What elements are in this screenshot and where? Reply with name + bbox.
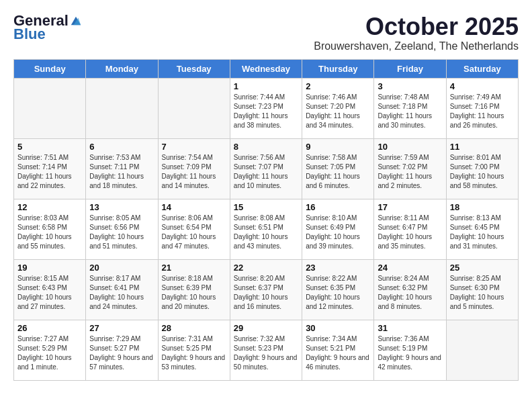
day-number: 29 [234,323,298,333]
day-info: Sunrise: 7:31 AMSunset: 5:25 PMDaylight:… [162,334,226,372]
calendar-cell: 9Sunrise: 7:58 AMSunset: 7:05 PMDaylight… [302,138,374,199]
day-number: 16 [306,202,370,212]
day-info: Sunrise: 8:24 AMSunset: 6:32 PMDaylight:… [378,274,442,312]
day-info: Sunrise: 7:51 AMSunset: 7:14 PMDaylight:… [17,153,82,191]
calendar-cell: 14Sunrise: 8:06 AMSunset: 6:54 PMDayligh… [158,199,230,259]
day-info: Sunrise: 7:27 AMSunset: 5:29 PMDaylight:… [17,334,82,372]
calendar-cell: 20Sunrise: 8:17 AMSunset: 6:41 PMDayligh… [86,259,158,320]
day-number: 15 [234,202,298,212]
calendar-cell: 10Sunrise: 7:59 AMSunset: 7:02 PMDayligh… [374,138,446,199]
day-number: 20 [89,263,154,273]
day-info: Sunrise: 7:56 AMSunset: 7:07 PMDaylight:… [234,153,298,191]
calendar-table: SundayMondayTuesdayWednesdayThursdayFrid… [13,59,519,381]
day-number: 13 [89,202,154,212]
day-info: Sunrise: 8:05 AMSunset: 6:56 PMDaylight:… [89,214,154,251]
calendar-cell: 2Sunrise: 7:46 AMSunset: 7:20 PMDaylight… [302,78,374,138]
day-info: Sunrise: 7:29 AMSunset: 5:27 PMDaylight:… [89,334,154,372]
calendar-cell: 3Sunrise: 7:48 AMSunset: 7:18 PMDaylight… [374,78,446,138]
calendar-cell: 22Sunrise: 8:20 AMSunset: 6:37 PMDayligh… [230,259,302,320]
calendar-cell: 27Sunrise: 7:29 AMSunset: 5:27 PMDayligh… [86,320,158,380]
day-info: Sunrise: 8:18 AMSunset: 6:39 PMDaylight:… [162,274,226,312]
day-number: 5 [17,142,82,152]
calendar-week-3: 12Sunrise: 8:03 AMSunset: 6:58 PMDayligh… [14,199,519,259]
calendar-cell: 17Sunrise: 8:11 AMSunset: 6:47 PMDayligh… [374,199,446,259]
day-info: Sunrise: 7:46 AMSunset: 7:20 PMDaylight:… [306,93,370,130]
day-header-sunday: Sunday [14,59,86,78]
day-number: 14 [162,202,226,212]
calendar-cell: 19Sunrise: 8:15 AMSunset: 6:43 PMDayligh… [14,259,86,320]
day-number: 4 [450,81,515,91]
calendar-cell [158,78,230,138]
calendar-cell: 15Sunrise: 8:08 AMSunset: 6:51 PMDayligh… [230,199,302,259]
day-info: Sunrise: 8:08 AMSunset: 6:51 PMDaylight:… [234,214,298,251]
calendar-cell: 30Sunrise: 7:34 AMSunset: 5:21 PMDayligh… [302,320,374,380]
day-info: Sunrise: 8:20 AMSunset: 6:37 PMDaylight:… [234,274,298,312]
month-title: October 2025 [314,13,519,40]
calendar-cell: 11Sunrise: 8:01 AMSunset: 7:00 PMDayligh… [446,138,518,199]
location-text: Brouwershaven, Zeeland, The Netherlands [314,40,519,52]
day-number: 28 [162,323,226,333]
day-header-thursday: Thursday [302,59,374,78]
calendar-cell: 29Sunrise: 7:32 AMSunset: 5:23 PMDayligh… [230,320,302,380]
day-number: 31 [378,323,442,333]
title-section: October 2025 Brouwershaven, Zeeland, The… [314,13,519,52]
day-number: 12 [17,202,82,212]
calendar-cell: 6Sunrise: 7:53 AMSunset: 7:11 PMDaylight… [86,138,158,199]
calendar-cell: 13Sunrise: 8:05 AMSunset: 6:56 PMDayligh… [86,199,158,259]
day-number: 27 [89,323,154,333]
day-info: Sunrise: 8:10 AMSunset: 6:49 PMDaylight:… [306,214,370,251]
day-info: Sunrise: 8:06 AMSunset: 6:54 PMDaylight:… [162,214,226,251]
calendar-cell [86,78,158,138]
day-info: Sunrise: 8:25 AMSunset: 6:30 PMDaylight:… [450,274,515,312]
calendar-cell [14,78,86,138]
calendar-cell: 5Sunrise: 7:51 AMSunset: 7:14 PMDaylight… [14,138,86,199]
day-number: 30 [306,323,370,333]
day-info: Sunrise: 8:15 AMSunset: 6:43 PMDaylight:… [17,274,82,312]
day-info: Sunrise: 7:36 AMSunset: 5:19 PMDaylight:… [378,334,442,372]
calendar-cell: 25Sunrise: 8:25 AMSunset: 6:30 PMDayligh… [446,259,518,320]
calendar-cell: 26Sunrise: 7:27 AMSunset: 5:29 PMDayligh… [14,320,86,380]
day-info: Sunrise: 8:01 AMSunset: 7:00 PMDaylight:… [450,153,515,191]
day-number: 9 [306,142,370,152]
day-number: 2 [306,81,370,91]
calendar-cell: 7Sunrise: 7:54 AMSunset: 7:09 PMDaylight… [158,138,230,199]
day-info: Sunrise: 7:53 AMSunset: 7:11 PMDaylight:… [89,153,154,191]
day-info: Sunrise: 8:11 AMSunset: 6:47 PMDaylight:… [378,214,442,251]
calendar-cell: 23Sunrise: 8:22 AMSunset: 6:35 PMDayligh… [302,259,374,320]
day-info: Sunrise: 7:59 AMSunset: 7:02 PMDaylight:… [378,153,442,191]
calendar-cell [446,320,518,380]
day-number: 18 [450,202,515,212]
day-info: Sunrise: 7:32 AMSunset: 5:23 PMDaylight:… [234,334,298,372]
calendar-header-row: SundayMondayTuesdayWednesdayThursdayFrid… [14,59,519,78]
calendar-week-1: 1Sunrise: 7:44 AMSunset: 7:23 PMDaylight… [14,78,519,138]
day-header-wednesday: Wednesday [230,59,302,78]
calendar-cell: 8Sunrise: 7:56 AMSunset: 7:07 PMDaylight… [230,138,302,199]
logo: General Blue [13,13,82,43]
logo-icon [70,15,82,27]
calendar-cell: 12Sunrise: 8:03 AMSunset: 6:58 PMDayligh… [14,199,86,259]
calendar-cell: 28Sunrise: 7:31 AMSunset: 5:25 PMDayligh… [158,320,230,380]
day-header-saturday: Saturday [446,59,518,78]
day-number: 1 [234,81,298,91]
day-number: 7 [162,142,226,152]
day-info: Sunrise: 7:34 AMSunset: 5:21 PMDaylight:… [306,334,370,372]
day-number: 25 [450,263,515,273]
calendar-week-2: 5Sunrise: 7:51 AMSunset: 7:14 PMDaylight… [14,138,519,199]
day-info: Sunrise: 7:49 AMSunset: 7:16 PMDaylight:… [450,93,515,130]
day-number: 17 [378,202,442,212]
day-info: Sunrise: 7:54 AMSunset: 7:09 PMDaylight:… [162,153,226,191]
day-number: 6 [89,142,154,152]
day-info: Sunrise: 7:58 AMSunset: 7:05 PMDaylight:… [306,153,370,191]
calendar-cell: 16Sunrise: 8:10 AMSunset: 6:49 PMDayligh… [302,199,374,259]
calendar-cell: 18Sunrise: 8:13 AMSunset: 6:45 PMDayligh… [446,199,518,259]
calendar-cell: 31Sunrise: 7:36 AMSunset: 5:19 PMDayligh… [374,320,446,380]
day-header-monday: Monday [86,59,158,78]
day-info: Sunrise: 8:03 AMSunset: 6:58 PMDaylight:… [17,214,82,251]
logo-blue-text: Blue [13,26,46,43]
calendar-week-5: 26Sunrise: 7:27 AMSunset: 5:29 PMDayligh… [14,320,519,380]
day-number: 24 [378,263,442,273]
day-number: 23 [306,263,370,273]
day-header-friday: Friday [374,59,446,78]
day-info: Sunrise: 8:17 AMSunset: 6:41 PMDaylight:… [89,274,154,312]
day-number: 10 [378,142,442,152]
